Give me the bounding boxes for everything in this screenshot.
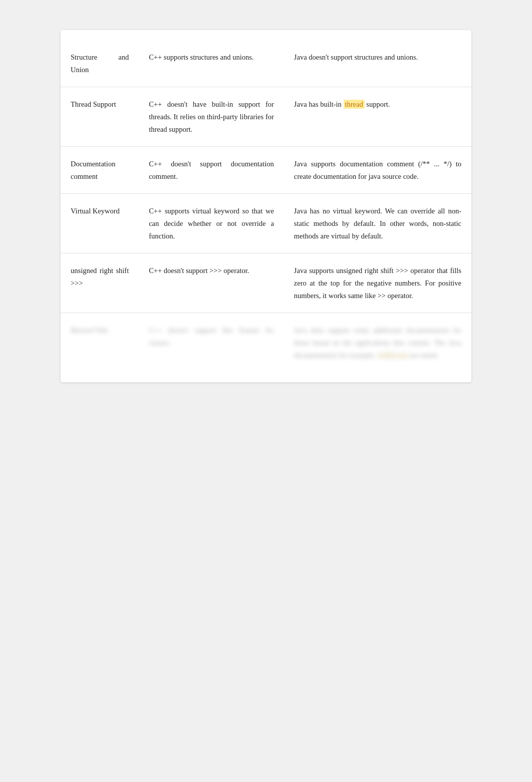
java-description: Java has no virtual keyword. We can over… [284,194,471,253]
comparison-table: Structure and Union C++ supports structu… [61,40,471,372]
java-description: Java has built-in thread support. [284,87,471,147]
thread-highlight: thread [344,100,365,109]
row-structure-union: Structure and Union C++ supports structu… [61,40,471,87]
java-description: Java supports unsigned right shift >>> o… [284,253,471,313]
row-blurred: Blurred Title C++ doesn't support this f… [61,313,471,372]
java-description: Java supports documentation comment (/**… [284,147,471,194]
cpp-description: C++ supports virtual keyword so that we … [139,194,284,253]
cpp-description: C++ doesn't support documentation commen… [139,147,284,194]
cpp-description-blurred: C++ doesn't support this feature for cla… [139,313,284,372]
cpp-description: C++ doesn't have built-in support for th… [139,87,284,147]
feature-label: Virtual Keyword [61,194,139,253]
java-description-blurred: Java does support some additional docume… [284,313,471,372]
feature-label-blurred: Blurred Title [61,313,139,372]
feature-label: Structure and Union [61,40,139,87]
page-container: Structure and Union C++ supports structu… [61,30,471,382]
row-thread-support: Thread Support C++ doesn't have built-in… [61,87,471,147]
java-description: Java doesn't support structures and unio… [284,40,471,87]
feature-label: Documentation comment [61,147,139,194]
row-documentation-comment: Documentation comment C++ doesn't suppor… [61,147,471,194]
java-text-after: support. [365,100,390,108]
cpp-description: C++ doesn't support >>> operator. [139,253,284,313]
java-text-before: Java has built-in [294,100,344,108]
row-virtual-keyword: Virtual Keyword C++ supports virtual key… [61,194,471,253]
feature-label: Thread Support [61,87,139,147]
feature-label: unsigned right shift >>> [61,253,139,313]
row-unsigned-right-shift: unsigned right shift >>> C++ doesn't sup… [61,253,471,313]
cpp-description: C++ supports structures and unions. [139,40,284,87]
